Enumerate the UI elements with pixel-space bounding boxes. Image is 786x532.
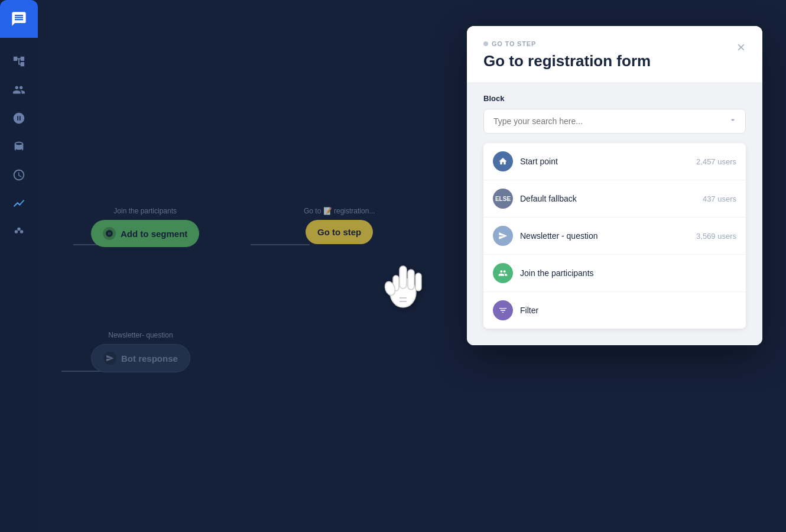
list-item[interactable]: Join the participants <box>483 255 746 292</box>
list-item[interactable]: Newsletter - question 3,569 users <box>483 218 746 255</box>
svg-point-1 <box>20 230 24 233</box>
item-users-newsletter: 3,569 users <box>696 232 736 241</box>
newsletter-icon <box>493 226 513 246</box>
block-label: Block <box>483 94 746 103</box>
svg-point-2 <box>17 228 21 231</box>
sidebar-item-analytics[interactable] <box>7 192 31 215</box>
svg-point-0 <box>15 230 18 233</box>
item-name-start-point: Start point <box>520 157 689 166</box>
sidebar-item-users[interactable] <box>7 78 31 102</box>
join-icon <box>493 263 513 283</box>
app-logo[interactable] <box>0 0 38 38</box>
sidebar-item-hierarchy[interactable] <box>7 50 31 73</box>
list-item[interactable]: Filter <box>483 292 746 329</box>
sidebar-item-segments[interactable] <box>7 220 31 244</box>
modal-close-button[interactable] <box>732 38 751 57</box>
item-users-start-point: 2,457 users <box>696 157 736 166</box>
sidebar-item-clock[interactable] <box>7 163 31 187</box>
step-label-text: GO TO STEP <box>492 40 536 47</box>
search-input[interactable] <box>483 109 746 134</box>
dropdown-list: Start point 2,457 users ELSE Default fal… <box>483 143 746 329</box>
start-point-icon <box>493 151 513 171</box>
modal-header: GO TO STEP Go to registration form <box>467 26 762 82</box>
filter-icon <box>493 300 513 320</box>
search-wrapper <box>483 109 746 134</box>
list-item[interactable]: ELSE Default fallback 437 users <box>483 180 746 218</box>
item-name-newsletter: Newsletter - question <box>520 231 689 241</box>
sidebar-item-ai[interactable] <box>7 106 31 130</box>
list-item[interactable]: Start point 2,457 users <box>483 143 746 180</box>
sidebar-item-database[interactable] <box>7 135 31 158</box>
item-name-default-fallback: Default fallback <box>520 194 696 203</box>
item-name-filter: Filter <box>520 306 729 315</box>
default-fallback-icon: ELSE <box>493 189 513 209</box>
modal-step-label: GO TO STEP <box>483 40 746 47</box>
sidebar <box>0 0 38 532</box>
item-users-default-fallback: 437 users <box>703 194 736 203</box>
modal-title: Go to registration form <box>483 52 746 70</box>
step-dot <box>483 41 488 46</box>
modal-body: Block Start point 2,457 users <box>467 82 762 345</box>
modal-panel: GO TO STEP Go to registration form Block <box>467 26 762 345</box>
item-name-join: Join the participants <box>520 268 729 278</box>
